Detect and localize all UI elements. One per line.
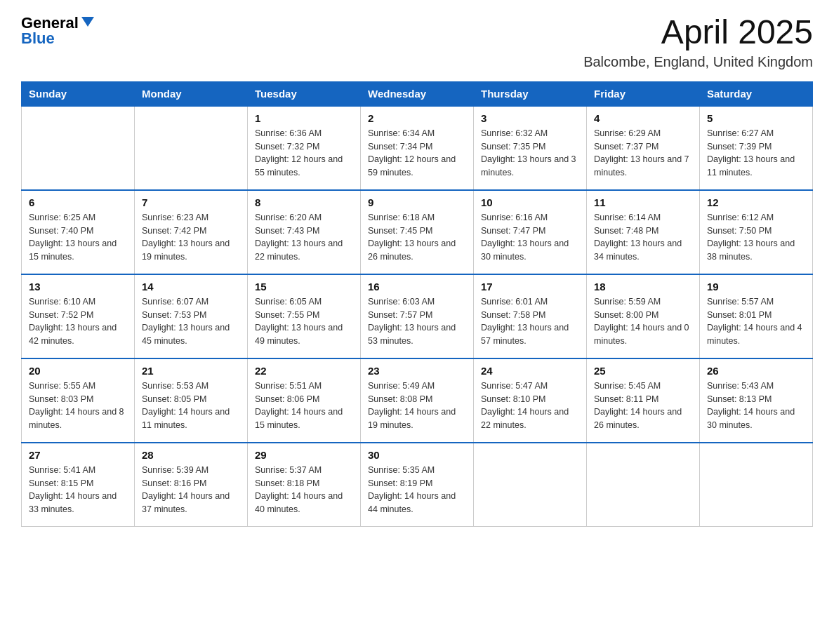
day-number: 5 (707, 112, 805, 124)
day-info: Sunrise: 6:25 AMSunset: 7:40 PMDaylight:… (29, 211, 127, 264)
day-number: 26 (707, 365, 805, 377)
day-info: Sunrise: 5:51 AMSunset: 8:06 PMDaylight:… (255, 380, 353, 432)
calendar-title: April 2025 (583, 14, 813, 51)
calendar-week-row: 1Sunrise: 6:36 AMSunset: 7:32 PMDaylight… (22, 106, 813, 190)
day-info: Sunrise: 6:29 AMSunset: 7:37 PMDaylight:… (594, 127, 692, 180)
table-row (22, 106, 135, 190)
calendar-week-row: 20Sunrise: 5:55 AMSunset: 8:03 PMDayligh… (22, 358, 813, 443)
day-info: Sunrise: 6:36 AMSunset: 7:32 PMDaylight:… (255, 127, 353, 180)
day-number: 10 (481, 196, 579, 208)
day-number: 4 (594, 112, 692, 124)
day-number: 11 (594, 196, 692, 208)
col-friday: Friday (587, 81, 700, 106)
day-info: Sunrise: 5:55 AMSunset: 8:03 PMDaylight:… (29, 380, 127, 432)
table-row: 1Sunrise: 6:36 AMSunset: 7:32 PMDaylight… (248, 106, 361, 190)
day-info: Sunrise: 6:27 AMSunset: 7:39 PMDaylight:… (707, 127, 805, 180)
table-row: 12Sunrise: 6:12 AMSunset: 7:50 PMDayligh… (700, 190, 813, 274)
table-row: 25Sunrise: 5:45 AMSunset: 8:11 PMDayligh… (587, 358, 700, 443)
day-info: Sunrise: 6:05 AMSunset: 7:55 PMDaylight:… (255, 295, 353, 348)
day-number: 23 (368, 365, 466, 377)
table-row: 17Sunrise: 6:01 AMSunset: 7:58 PMDayligh… (474, 274, 587, 358)
title-section: April 2025 Balcombe, England, United Kin… (583, 14, 813, 70)
col-monday: Monday (135, 81, 248, 106)
table-row: 22Sunrise: 5:51 AMSunset: 8:06 PMDayligh… (248, 358, 361, 443)
day-info: Sunrise: 5:45 AMSunset: 8:11 PMDaylight:… (594, 380, 692, 432)
table-row: 20Sunrise: 5:55 AMSunset: 8:03 PMDayligh… (22, 358, 135, 443)
day-number: 28 (142, 449, 240, 461)
day-info: Sunrise: 5:49 AMSunset: 8:08 PMDaylight:… (368, 380, 466, 432)
table-row: 6Sunrise: 6:25 AMSunset: 7:40 PMDaylight… (22, 190, 135, 274)
day-number: 12 (707, 196, 805, 208)
day-info: Sunrise: 5:53 AMSunset: 8:05 PMDaylight:… (142, 380, 240, 432)
svg-marker-0 (81, 17, 94, 27)
day-info: Sunrise: 5:35 AMSunset: 8:19 PMDaylight:… (368, 464, 466, 516)
table-row (474, 443, 587, 527)
col-thursday: Thursday (474, 81, 587, 106)
day-info: Sunrise: 6:32 AMSunset: 7:35 PMDaylight:… (481, 127, 579, 180)
day-info: Sunrise: 5:39 AMSunset: 8:16 PMDaylight:… (142, 464, 240, 516)
table-row (700, 443, 813, 527)
table-row: 19Sunrise: 5:57 AMSunset: 8:01 PMDayligh… (700, 274, 813, 358)
logo: General Blue (21, 14, 95, 48)
calendar-week-row: 6Sunrise: 6:25 AMSunset: 7:40 PMDaylight… (22, 190, 813, 274)
day-number: 2 (368, 112, 466, 124)
day-info: Sunrise: 6:10 AMSunset: 7:52 PMDaylight:… (29, 295, 127, 348)
col-wednesday: Wednesday (361, 81, 474, 106)
table-row: 2Sunrise: 6:34 AMSunset: 7:34 PMDaylight… (361, 106, 474, 190)
table-row: 18Sunrise: 5:59 AMSunset: 8:00 PMDayligh… (587, 274, 700, 358)
calendar-week-row: 27Sunrise: 5:41 AMSunset: 8:15 PMDayligh… (22, 443, 813, 527)
day-info: Sunrise: 6:23 AMSunset: 7:42 PMDaylight:… (142, 211, 240, 264)
table-row: 9Sunrise: 6:18 AMSunset: 7:45 PMDaylight… (361, 190, 474, 274)
day-number: 16 (368, 281, 466, 293)
day-info: Sunrise: 6:34 AMSunset: 7:34 PMDaylight:… (368, 127, 466, 180)
page-header: General Blue April 2025 Balcombe, Englan… (21, 14, 813, 70)
day-info: Sunrise: 6:16 AMSunset: 7:47 PMDaylight:… (481, 211, 579, 264)
day-info: Sunrise: 6:01 AMSunset: 7:58 PMDaylight:… (481, 295, 579, 348)
day-number: 22 (255, 365, 353, 377)
table-row: 5Sunrise: 6:27 AMSunset: 7:39 PMDaylight… (700, 106, 813, 190)
day-number: 14 (142, 281, 240, 293)
table-row: 11Sunrise: 6:14 AMSunset: 7:48 PMDayligh… (587, 190, 700, 274)
day-number: 27 (29, 449, 127, 461)
table-row: 30Sunrise: 5:35 AMSunset: 8:19 PMDayligh… (361, 443, 474, 527)
day-info: Sunrise: 5:41 AMSunset: 8:15 PMDaylight:… (29, 464, 127, 516)
table-row: 7Sunrise: 6:23 AMSunset: 7:42 PMDaylight… (135, 190, 248, 274)
day-number: 24 (481, 365, 579, 377)
day-info: Sunrise: 5:59 AMSunset: 8:00 PMDaylight:… (594, 295, 692, 348)
day-number: 29 (255, 449, 353, 461)
table-row: 4Sunrise: 6:29 AMSunset: 7:37 PMDaylight… (587, 106, 700, 190)
day-info: Sunrise: 6:20 AMSunset: 7:43 PMDaylight:… (255, 211, 353, 264)
table-row: 28Sunrise: 5:39 AMSunset: 8:16 PMDayligh… (135, 443, 248, 527)
day-info: Sunrise: 5:37 AMSunset: 8:18 PMDaylight:… (255, 464, 353, 516)
table-row: 27Sunrise: 5:41 AMSunset: 8:15 PMDayligh… (22, 443, 135, 527)
day-number: 19 (707, 281, 805, 293)
day-number: 18 (594, 281, 692, 293)
day-info: Sunrise: 5:47 AMSunset: 8:10 PMDaylight:… (481, 380, 579, 432)
table-row: 16Sunrise: 6:03 AMSunset: 7:57 PMDayligh… (361, 274, 474, 358)
day-number: 21 (142, 365, 240, 377)
calendar-table: Sunday Monday Tuesday Wednesday Thursday… (21, 81, 813, 528)
table-row: 24Sunrise: 5:47 AMSunset: 8:10 PMDayligh… (474, 358, 587, 443)
calendar-week-row: 13Sunrise: 6:10 AMSunset: 7:52 PMDayligh… (22, 274, 813, 358)
calendar-header-row: Sunday Monday Tuesday Wednesday Thursday… (22, 81, 813, 106)
day-info: Sunrise: 6:12 AMSunset: 7:50 PMDaylight:… (707, 211, 805, 264)
day-number: 9 (368, 196, 466, 208)
day-info: Sunrise: 6:03 AMSunset: 7:57 PMDaylight:… (368, 295, 466, 348)
table-row: 21Sunrise: 5:53 AMSunset: 8:05 PMDayligh… (135, 358, 248, 443)
table-row: 23Sunrise: 5:49 AMSunset: 8:08 PMDayligh… (361, 358, 474, 443)
day-number: 30 (368, 449, 466, 461)
table-row: 29Sunrise: 5:37 AMSunset: 8:18 PMDayligh… (248, 443, 361, 527)
day-info: Sunrise: 5:57 AMSunset: 8:01 PMDaylight:… (707, 295, 805, 348)
day-number: 1 (255, 112, 353, 124)
col-tuesday: Tuesday (248, 81, 361, 106)
col-sunday: Sunday (22, 81, 135, 106)
table-row: 10Sunrise: 6:16 AMSunset: 7:47 PMDayligh… (474, 190, 587, 274)
day-number: 20 (29, 365, 127, 377)
day-info: Sunrise: 6:18 AMSunset: 7:45 PMDaylight:… (368, 211, 466, 264)
day-info: Sunrise: 6:14 AMSunset: 7:48 PMDaylight:… (594, 211, 692, 264)
day-info: Sunrise: 5:43 AMSunset: 8:13 PMDaylight:… (707, 380, 805, 432)
table-row (587, 443, 700, 527)
table-row: 3Sunrise: 6:32 AMSunset: 7:35 PMDaylight… (474, 106, 587, 190)
day-number: 25 (594, 365, 692, 377)
calendar-subtitle: Balcombe, England, United Kingdom (583, 54, 813, 70)
